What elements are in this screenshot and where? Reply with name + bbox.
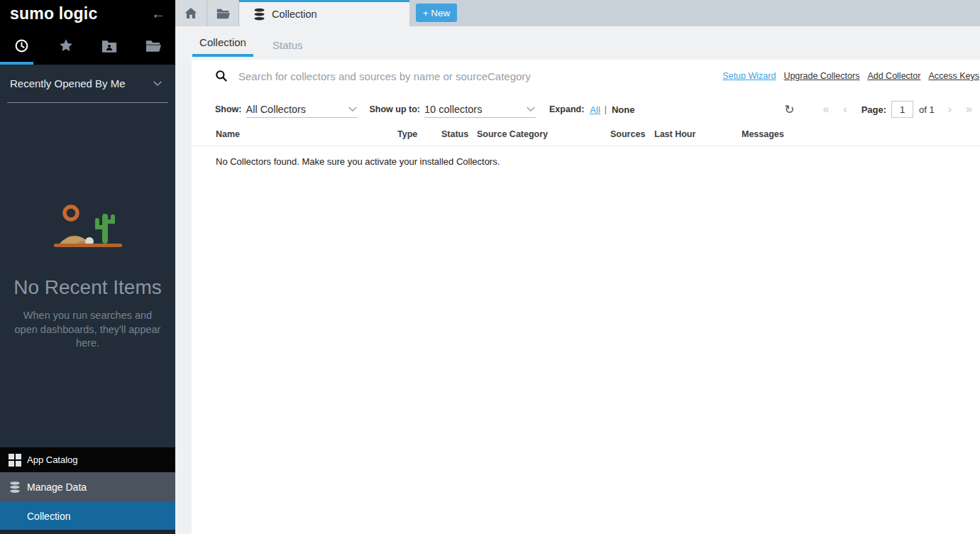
- show-collectors-dropdown[interactable]: All Collectors: [246, 101, 358, 118]
- expand-label: Expand:: [549, 104, 584, 114]
- grid-icon: [9, 454, 27, 467]
- page-total-label: of 1: [919, 104, 935, 115]
- database-icon: [9, 481, 27, 494]
- tab-home[interactable]: [175, 0, 207, 26]
- page-number-input[interactable]: [891, 101, 913, 118]
- show-collectors-value: All Collectors: [246, 104, 307, 115]
- manage-data-label: Manage Data: [27, 481, 87, 493]
- previous-page-icon[interactable]: ‹: [843, 103, 847, 116]
- database-icon: [253, 8, 265, 21]
- sidebar-empty-state: No Recent Items When you run searches an…: [0, 202, 175, 351]
- search-icon: [215, 70, 228, 82]
- next-page-icon[interactable]: ›: [948, 103, 952, 116]
- column-header-status: Status: [441, 129, 477, 139]
- sidebar-next-row-edge: [0, 530, 175, 534]
- column-header-messages: Messages: [742, 129, 980, 139]
- column-header-source-category: Source Category: [477, 129, 610, 139]
- last-page-icon[interactable]: »: [966, 103, 972, 116]
- chevron-down-icon: [526, 106, 536, 112]
- desert-cactus-illustration: [48, 202, 128, 254]
- add-collector-link[interactable]: Add Collector: [867, 71, 920, 81]
- sidebar-item-app-catalog[interactable]: App Catalog: [0, 447, 175, 472]
- recently-opened-label: Recently Opened By Me: [7, 77, 126, 89]
- favorites-star-icon[interactable]: [44, 31, 88, 60]
- tab-collection-active[interactable]: Collection: [239, 0, 409, 26]
- shared-content-icon[interactable]: [88, 31, 132, 60]
- recents-clock-icon[interactable]: [0, 31, 44, 60]
- show-up-to-label: Show up to:: [370, 104, 421, 114]
- top-tab-bar: Collection + New: [175, 0, 980, 26]
- collectors-table-header: Name Type Status Source Category Sources…: [192, 129, 980, 146]
- sumo-logic-logo: sumo logic: [10, 4, 97, 23]
- subtab-collection[interactable]: Collection: [192, 26, 253, 57]
- collection-label: Collection: [27, 511, 70, 522]
- sub-tab-bar: Collection Status: [175, 26, 980, 60]
- no-collectors-message: No Collectors found. Make sure you activ…: [216, 156, 980, 167]
- new-button[interactable]: + New: [416, 4, 457, 22]
- refresh-icon[interactable]: ↻: [784, 102, 794, 117]
- sidebar: sumo logic ←: [0, 0, 175, 534]
- page-label: Page:: [861, 104, 886, 115]
- column-header-type: Type: [397, 129, 441, 139]
- sidebar-bottom-nav: App Catalog Manage Data Collection: [0, 447, 175, 534]
- filter-toolbar: Show: All Collectors Show up to: 10 coll…: [192, 99, 980, 120]
- tab-collection-label: Collection: [272, 9, 317, 20]
- show-label: Show:: [215, 104, 242, 114]
- sidebar-header: sumo logic ←: [0, 0, 175, 65]
- chevron-down-icon: [348, 106, 358, 112]
- column-header-last-hour: Last Hour: [654, 129, 742, 139]
- column-header-sources: Sources: [610, 129, 654, 139]
- folder-icon: [216, 8, 230, 19]
- no-recent-items-title: No Recent Items: [0, 276, 175, 299]
- main-content: Collection + New Collection Status: [175, 0, 980, 534]
- column-header-name: Name: [216, 129, 397, 139]
- search-input[interactable]: [238, 70, 722, 82]
- first-page-icon[interactable]: «: [822, 103, 829, 116]
- expand-none-link[interactable]: None: [612, 104, 635, 115]
- toolbar-links: Setup Wizard Upgrade Collectors Add Coll…: [722, 71, 980, 81]
- show-up-to-value: 10 collectors: [424, 104, 482, 115]
- expand-separator: |: [605, 104, 607, 114]
- pagination: « ‹ Page: of 1 › »: [794, 101, 980, 118]
- show-up-to-dropdown[interactable]: 10 collectors: [424, 101, 536, 118]
- collapse-sidebar-icon[interactable]: ←: [151, 6, 165, 22]
- sumo-logic-app: sumo logic ←: [0, 0, 980, 534]
- setup-wizard-link[interactable]: Setup Wizard: [722, 71, 776, 81]
- subtab-status[interactable]: Status: [272, 26, 303, 57]
- access-keys-link[interactable]: Access Keys: [928, 71, 979, 81]
- sidebar-item-collection[interactable]: Collection: [0, 502, 175, 530]
- app-catalog-label: App Catalog: [27, 454, 78, 465]
- tab-library[interactable]: [207, 0, 239, 26]
- search-toolbar: Setup Wizard Upgrade Collectors Add Coll…: [192, 60, 980, 92]
- chevron-down-icon: [153, 80, 163, 87]
- upgrade-collectors-link[interactable]: Upgrade Collectors: [783, 71, 859, 81]
- library-folder-icon[interactable]: [131, 31, 175, 60]
- search-box: [215, 70, 722, 82]
- recently-opened-dropdown[interactable]: Recently Opened By Me: [7, 65, 168, 103]
- sidebar-item-manage-data[interactable]: Manage Data: [0, 472, 175, 502]
- collection-panel: Setup Wizard Upgrade Collectors Add Coll…: [192, 60, 980, 534]
- no-recent-items-subtitle: When you run searches and open dashboard…: [13, 309, 163, 351]
- expand-all-link[interactable]: All: [590, 104, 600, 115]
- home-icon: [185, 7, 197, 19]
- sidebar-icon-tabs: [0, 31, 175, 60]
